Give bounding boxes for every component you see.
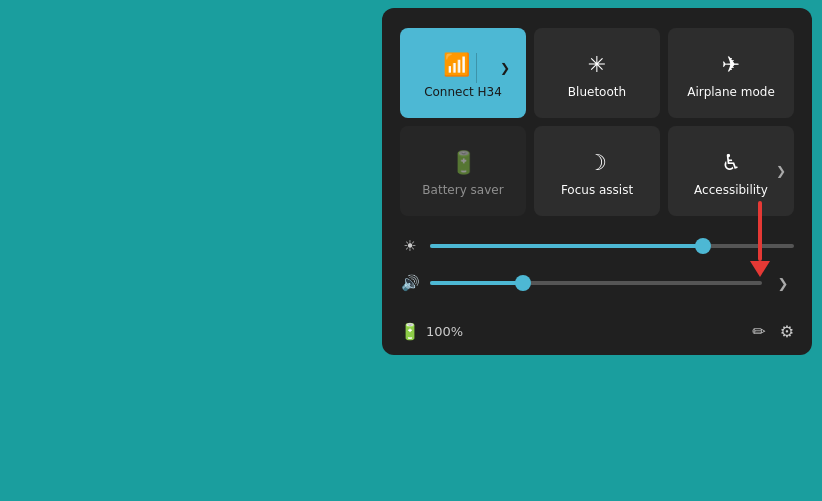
red-arrow-annotation	[750, 201, 770, 277]
tile-bluetooth-label: Bluetooth	[568, 85, 626, 99]
tile-accessibility[interactable]: ♿ ❯ Accessibility	[668, 126, 794, 216]
volume-thumb[interactable]	[515, 275, 531, 291]
tile-battery-saver-label: Battery saver	[422, 183, 503, 197]
tile-bluetooth[interactable]: ✳ Bluetooth	[534, 28, 660, 118]
tile-airplane[interactable]: ✈ Airplane mode	[668, 28, 794, 118]
brightness-track-wrap[interactable]	[430, 236, 794, 256]
airplane-icon: ✈	[722, 52, 740, 77]
battery-saver-icon: 🔋	[450, 150, 477, 175]
battery-status: 🔋 100%	[400, 322, 463, 341]
brightness-icon: ☀	[400, 237, 420, 255]
panel-footer: 🔋 100% ✏️ ⚙️	[400, 314, 794, 341]
tile-focus[interactable]: ☽ Focus assist	[534, 126, 660, 216]
settings-icon[interactable]: ⚙️	[780, 322, 794, 341]
wifi-chevron-icon: ❯	[500, 61, 510, 75]
tile-battery-saver[interactable]: 🔋 Battery saver	[400, 126, 526, 216]
quick-settings-panel: 📶 ❯ Connect H34 ✳ Bluetooth ✈ Airplane m…	[382, 8, 812, 355]
volume-slider-row: 🔊 ❯	[400, 272, 794, 294]
arrow-head	[750, 261, 770, 277]
tile-accessibility-label: Accessibility	[694, 183, 768, 197]
brightness-slider-row: ☀	[400, 236, 794, 256]
volume-icon: 🔊	[400, 274, 420, 292]
volume-track-wrap[interactable]	[430, 273, 762, 293]
footer-action-icons: ✏️ ⚙️	[752, 322, 794, 341]
accessibility-icon: ♿	[721, 150, 741, 175]
volume-expand-button[interactable]: ❯	[772, 272, 794, 294]
wifi-icon: 📶	[443, 52, 470, 77]
focus-icon: ☽	[587, 150, 607, 175]
tile-airplane-label: Airplane mode	[687, 85, 775, 99]
brightness-thumb[interactable]	[695, 238, 711, 254]
brightness-fill	[430, 244, 703, 248]
arrow-shaft	[758, 201, 762, 261]
quick-actions-grid: 📶 ❯ Connect H34 ✳ Bluetooth ✈ Airplane m…	[400, 28, 794, 216]
volume-fill	[430, 281, 523, 285]
bluetooth-icon: ✳	[588, 52, 606, 77]
accessibility-chevron-icon: ❯	[776, 164, 786, 178]
edit-icon[interactable]: ✏️	[752, 322, 765, 341]
battery-icon: 🔋	[400, 322, 420, 341]
tile-wifi-label: Connect H34	[424, 85, 502, 99]
tile-wifi[interactable]: 📶 ❯ Connect H34	[400, 28, 526, 118]
battery-percent: 100%	[426, 324, 463, 339]
brightness-track	[430, 244, 794, 248]
sliders-section: ☀ 🔊 ❯	[400, 226, 794, 300]
tile-focus-label: Focus assist	[561, 183, 633, 197]
volume-track	[430, 281, 762, 285]
